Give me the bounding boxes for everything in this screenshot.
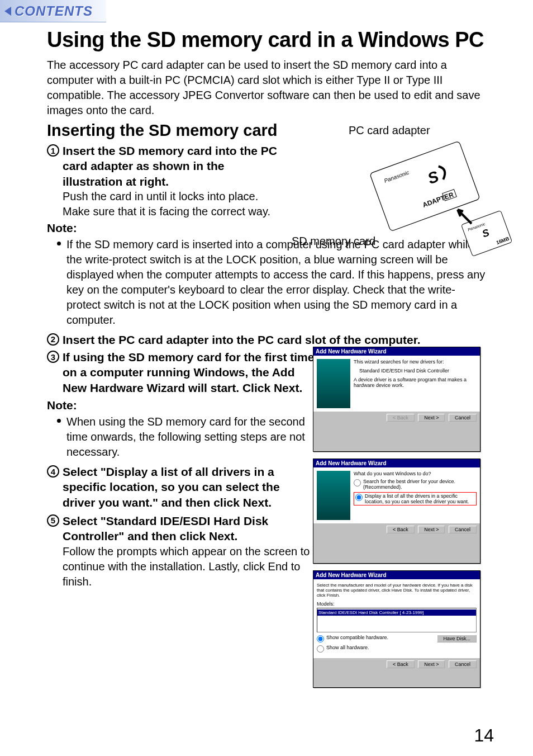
wiz3-show-all[interactable]: Show all hardware. bbox=[317, 645, 477, 653]
wiz3-model-selected[interactable]: Standard IDE/ESDI Hard Disk Controller [… bbox=[317, 609, 476, 616]
contents-label: CONTENTS bbox=[15, 3, 93, 19]
wiz1-device: Standard IDE/ESDI Hard Disk Controller bbox=[359, 368, 477, 374]
wiz3-cancel-button[interactable]: Cancel bbox=[449, 660, 477, 668]
wizard-screenshot-2: Add New Hardware Wizard What do you want… bbox=[313, 459, 480, 564]
back-arrow-icon bbox=[4, 7, 11, 16]
wiz3-radio-compat[interactable] bbox=[317, 635, 324, 642]
wiz3-show-compat-label: Show compatible hardware. bbox=[326, 635, 388, 640]
step-2-number: 2 bbox=[47, 333, 59, 346]
step-5: 5 Select "Standard IDE/ESDI Hard Disk Co… bbox=[47, 513, 315, 589]
wizard-side-graphic bbox=[317, 359, 350, 408]
wiz1-next-button[interactable]: Next > bbox=[418, 414, 445, 422]
step-1: 1 Insert the SD memory card into the PC … bbox=[47, 143, 287, 219]
wiz1-back-button: < Back bbox=[387, 414, 415, 422]
step-3-number: 3 bbox=[47, 351, 59, 363]
wiz3-show-compat[interactable]: Show compatible hardware. Have Disk... bbox=[317, 635, 477, 642]
wiz3-have-disk-button[interactable]: Have Disk... bbox=[437, 635, 477, 642]
wizard-1-title: Add New Hardware Wizard bbox=[313, 347, 480, 356]
wiz3-model-list[interactable]: Standard IDE/ESDI Hard Disk Controller [… bbox=[317, 608, 477, 632]
step-4-number: 4 bbox=[47, 465, 59, 478]
wizard-3-title: Add New Hardware Wizard bbox=[313, 571, 480, 579]
wiz2-option-2[interactable]: Display a list of all the drivers in a s… bbox=[354, 492, 477, 505]
wiz3-show-all-label: Show all hardware. bbox=[326, 645, 369, 650]
intro-paragraph: The accessory PC card adapter can be use… bbox=[47, 58, 488, 118]
step-2-title: Insert the PC card adapter into the PC c… bbox=[63, 332, 488, 347]
adapter-illustration: Panasonic S ADAPTER Panasonic S 16MB bbox=[354, 140, 527, 268]
wiz2-opt2-label: Display a list of all the drivers in a s… bbox=[365, 493, 475, 504]
wiz2-radio-2[interactable] bbox=[355, 494, 363, 501]
wiz2-cancel-button[interactable]: Cancel bbox=[449, 526, 477, 533]
note-heading-2: Note: bbox=[47, 399, 315, 412]
left-column: 3 If using the SD memory card for the fi… bbox=[47, 349, 315, 589]
step-2: 2 Insert the PC card adapter into the PC… bbox=[47, 332, 488, 347]
wizard-screenshot-3: Add New Hardware Wizard Select the manuf… bbox=[313, 570, 480, 688]
wiz2-next-button[interactable]: Next > bbox=[418, 526, 445, 533]
wiz3-models-label: Models: bbox=[317, 601, 477, 607]
svg-rect-0 bbox=[370, 141, 480, 231]
wiz2-option-1[interactable]: Search for the best driver for your devi… bbox=[354, 479, 477, 490]
note-2-text: When using the SD memory card for the se… bbox=[66, 414, 315, 460]
wiz2-back-button[interactable]: < Back bbox=[387, 526, 415, 533]
bullet-icon bbox=[57, 419, 61, 423]
wiz3-back-button[interactable]: < Back bbox=[387, 660, 415, 668]
step-4-title: Select "Display a list of all drivers in… bbox=[63, 464, 315, 510]
wiz1-line1: This wizard searches for new drivers for… bbox=[354, 359, 477, 365]
wiz3-radio-all[interactable] bbox=[317, 645, 324, 653]
page-title: Using the SD memory card in a Windows PC bbox=[47, 28, 488, 52]
wiz3-next-button[interactable]: Next > bbox=[418, 660, 445, 668]
bullet-icon bbox=[57, 242, 61, 245]
wiz2-opt1-label: Search for the best driver for your devi… bbox=[363, 479, 477, 490]
contents-tab[interactable]: CONTENTS bbox=[0, 0, 106, 22]
wiz2-prompt: What do you want Windows to do? bbox=[354, 471, 477, 476]
step-1-number: 1 bbox=[47, 144, 59, 157]
wiz2-radio-1[interactable] bbox=[354, 479, 361, 486]
note-2-bullet: When using the SD memory card for the se… bbox=[57, 414, 315, 460]
wiz1-line2: A device driver is a software program th… bbox=[354, 377, 477, 388]
step-1-text: Push the card in until it locks into pla… bbox=[63, 189, 287, 219]
step-5-number: 5 bbox=[47, 514, 59, 527]
wizard-side-graphic bbox=[317, 471, 350, 520]
wiz3-intro: Select the manufacturer and model of you… bbox=[317, 583, 477, 598]
step-5-title: Select "Standard IDE/ESDI Hard Disk Cont… bbox=[63, 513, 315, 544]
wizard-screenshot-1: Add New Hardware Wizard This wizard sear… bbox=[313, 347, 480, 452]
wiz1-cancel-button[interactable]: Cancel bbox=[449, 414, 477, 422]
page-number: 14 bbox=[474, 725, 494, 746]
step-1-title: Insert the SD memory card into the PC ca… bbox=[63, 143, 287, 189]
pc-card-adapter-label: PC card adapter bbox=[349, 124, 430, 137]
step-4: 4 Select "Display a list of all drivers … bbox=[47, 464, 315, 510]
step-5-text: Follow the prompts which appear on the s… bbox=[63, 544, 315, 589]
step-3-title: If using the SD memory card for the firs… bbox=[63, 349, 315, 395]
step-3: 3 If using the SD memory card for the fi… bbox=[47, 349, 315, 395]
wizard-2-title: Add New Hardware Wizard bbox=[313, 459, 480, 467]
